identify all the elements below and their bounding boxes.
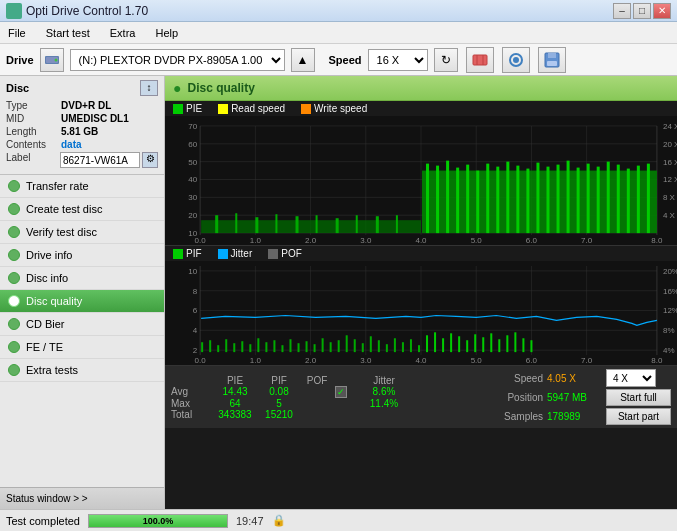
svg-rect-110	[289, 339, 291, 352]
legend-pif: PIF	[173, 248, 202, 259]
eject-button[interactable]: ▲	[291, 48, 315, 72]
menu-extra[interactable]: Extra	[106, 25, 140, 41]
speed-label-stat: Speed	[488, 373, 543, 384]
disc-type-value: DVD+R DL	[61, 100, 111, 111]
svg-rect-126	[418, 345, 420, 352]
status-text: Test completed	[6, 515, 80, 527]
svg-rect-32	[296, 216, 299, 233]
erase-button[interactable]	[466, 47, 494, 73]
svg-text:6.0: 6.0	[526, 236, 538, 245]
svg-text:12%: 12%	[663, 307, 677, 316]
max-pof	[299, 398, 335, 409]
menu-file[interactable]: File	[4, 25, 30, 41]
sidebar-item-disc-quality[interactable]: Disc quality	[0, 290, 164, 313]
disc-contents-row: Contents data	[6, 139, 158, 150]
svg-rect-37	[396, 215, 398, 233]
pie-header: PIE	[211, 375, 259, 386]
start-part-button[interactable]: Start part	[606, 408, 671, 425]
upper-chart: 70 60 50 40 30 20 10 24 X 20 X 16 X 12 X…	[165, 116, 677, 246]
svg-rect-115	[330, 342, 332, 352]
drive-icon	[40, 48, 64, 72]
svg-text:8.0: 8.0	[651, 236, 663, 245]
svg-rect-58	[617, 165, 620, 233]
disc-mid-row: MID UMEDISC DL1	[6, 113, 158, 124]
sidebar-item-drive-info[interactable]: Drive info	[0, 244, 164, 267]
svg-rect-41	[446, 161, 449, 233]
svg-rect-48	[516, 166, 519, 233]
svg-text:16 X: 16 X	[663, 158, 677, 167]
svg-text:20%: 20%	[663, 267, 677, 276]
jitter-checkbox[interactable]: ✓	[335, 386, 347, 398]
disc-mid-value: UMEDISC DL1	[61, 113, 129, 124]
svg-rect-133	[474, 334, 476, 352]
upper-legend: PIE Read speed Write speed	[165, 101, 677, 116]
svg-rect-30	[255, 217, 258, 233]
avg-jitter: 8.6%	[359, 386, 409, 398]
speed-select[interactable]: 16 X	[368, 49, 428, 71]
disc-label-edit-button[interactable]: ⚙	[142, 152, 158, 168]
svg-text:70: 70	[188, 122, 197, 131]
disc-contents-value: data	[61, 139, 82, 150]
legend-jitter-dot	[218, 249, 228, 259]
svg-rect-117	[346, 335, 348, 352]
legend-pie: PIE	[173, 103, 202, 114]
svg-rect-10	[547, 61, 557, 66]
save-button[interactable]	[538, 47, 566, 73]
create-test-disc-dot	[8, 203, 20, 215]
total-pif: 15210	[259, 409, 299, 420]
sidebar-item-cd-bier[interactable]: CD Bier	[0, 313, 164, 336]
cd-bier-label: CD Bier	[26, 318, 65, 330]
stats-table: PIE PIF POF Jitter Avg 14.43 0.08 ✓	[171, 375, 409, 420]
svg-rect-128	[434, 332, 436, 352]
menu-start-test[interactable]: Start test	[42, 25, 94, 41]
minimize-button[interactable]: –	[613, 3, 631, 19]
menu-help[interactable]: Help	[151, 25, 182, 41]
sidebar-item-verify-test-disc[interactable]: Verify test disc	[0, 221, 164, 244]
speed-value: 4.05 X	[547, 373, 602, 384]
menubar: File Start test Extra Help	[0, 22, 677, 44]
sidebar-item-transfer-rate[interactable]: Transfer rate	[0, 175, 164, 198]
create-test-disc-label: Create test disc	[26, 203, 102, 215]
svg-text:5.0: 5.0	[471, 356, 483, 365]
maximize-button[interactable]: □	[633, 3, 651, 19]
svg-rect-53	[567, 161, 570, 233]
legend-pif-dot	[173, 249, 183, 259]
window-controls: – □ ✕	[613, 3, 671, 19]
disc-label-input[interactable]	[60, 152, 140, 168]
svg-rect-127	[426, 335, 428, 352]
close-button[interactable]: ✕	[653, 3, 671, 19]
status-window-toggle[interactable]: Status window > >	[0, 487, 164, 509]
start-full-button[interactable]: Start full	[606, 389, 671, 406]
svg-rect-47	[506, 162, 509, 233]
svg-rect-103	[233, 343, 235, 352]
position-label: Position	[488, 392, 543, 403]
svg-rect-136	[498, 339, 500, 352]
svg-text:7.0: 7.0	[581, 236, 593, 245]
lower-legend: PIF Jitter POF	[165, 246, 677, 261]
sidebar-item-fe-te[interactable]: FE / TE	[0, 336, 164, 359]
svg-rect-56	[597, 167, 600, 233]
statusbar: Test completed 100.0% 19:47 🔒	[0, 509, 677, 531]
drive-select[interactable]: (N:) PLEXTOR DVDR PX-8905A 1.00	[70, 49, 285, 71]
svg-text:24 X: 24 X	[663, 122, 677, 131]
upper-chart-svg: 70 60 50 40 30 20 10 24 X 20 X 16 X 12 X…	[165, 116, 677, 245]
svg-text:4%: 4%	[663, 346, 675, 355]
status-window-label: Status window > >	[6, 493, 88, 504]
sidebar-item-extra-tests[interactable]: Extra tests	[0, 359, 164, 382]
svg-rect-100	[209, 340, 211, 352]
svg-rect-46	[496, 167, 499, 233]
sidebar-item-create-test-disc[interactable]: Create test disc	[0, 198, 164, 221]
svg-text:0.0: 0.0	[195, 356, 207, 365]
disc-panel-toggle[interactable]: ↕	[140, 80, 158, 96]
svg-rect-131	[458, 336, 460, 352]
refresh-button[interactable]: ↻	[434, 48, 458, 72]
extra-tests-label: Extra tests	[26, 364, 78, 376]
svg-text:4: 4	[193, 326, 198, 335]
drive-label: Drive	[6, 54, 34, 66]
speed-dropdown[interactable]: 4 X	[606, 369, 656, 387]
svg-rect-9	[548, 53, 556, 58]
sidebar-item-disc-info[interactable]: Disc info	[0, 267, 164, 290]
copy-button[interactable]	[502, 47, 530, 73]
right-stats: Speed 4.05 X 4 X Position 5947 MB Start …	[488, 369, 671, 425]
svg-rect-40	[436, 166, 439, 233]
